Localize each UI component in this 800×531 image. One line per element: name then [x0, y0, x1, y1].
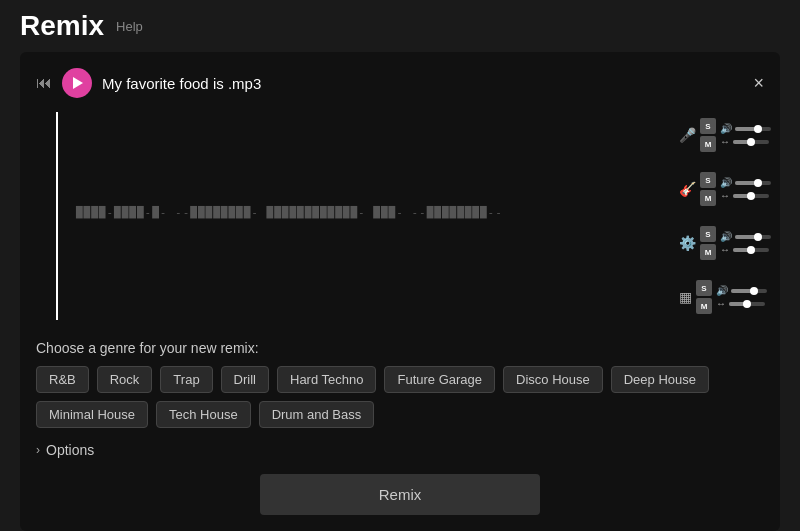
- genre-tag-drill[interactable]: Drill: [221, 366, 269, 393]
- pan-slider-row-melody: ↔: [720, 190, 771, 201]
- app-header: Remix Help: [0, 0, 800, 52]
- track-buttons-vocals: S M: [700, 118, 716, 152]
- playhead-line: [56, 112, 58, 320]
- waveform-left: // Generate waveform bars inline via JS …: [36, 112, 669, 320]
- remix-button[interactable]: Remix: [260, 474, 540, 515]
- genre-tag-trap[interactable]: Trap: [160, 366, 212, 393]
- volume-slider-row-bass: 🔊: [716, 285, 767, 296]
- options-row[interactable]: › Options: [36, 442, 764, 458]
- genre-tag-drum-and-bass[interactable]: Drum and Bass: [259, 401, 375, 428]
- options-chevron-icon: ›: [36, 443, 40, 457]
- pan-slider-bass[interactable]: [729, 302, 765, 306]
- pan-slider-melody[interactable]: [733, 194, 769, 198]
- genre-section: Choose a genre for your new remix: R&BRo…: [36, 340, 764, 428]
- waveform-visual[interactable]: // Generate waveform bars inline via JS …: [36, 112, 669, 312]
- mute-button-melody[interactable]: M: [700, 190, 716, 206]
- volume-icon-vocals: 🔊: [720, 123, 732, 134]
- main-container: ⏮ My favorite food is .mp3 × // Generate…: [20, 52, 780, 531]
- genre-tag-hard-techno[interactable]: Hard Techno: [277, 366, 376, 393]
- genre-tag-minimal-house[interactable]: Minimal House: [36, 401, 148, 428]
- waveform-text: ████-████-█- --████████- ████████████- █…: [66, 206, 659, 219]
- volume-slider-vocals[interactable]: [735, 127, 771, 131]
- sliders-melody: 🔊 ↔: [720, 177, 771, 201]
- genre-tag-rock[interactable]: Rock: [97, 366, 153, 393]
- player-bar: ⏮ My favorite food is .mp3 ×: [36, 68, 764, 98]
- volume-slider-drums[interactable]: [735, 235, 771, 239]
- drums-icon: ⚙️: [679, 235, 696, 251]
- genre-tag-deep-house[interactable]: Deep House: [611, 366, 709, 393]
- solo-button-vocals[interactable]: S: [700, 118, 716, 134]
- sliders-drums: 🔊 ↔: [720, 231, 771, 255]
- close-button[interactable]: ×: [753, 73, 764, 94]
- volume-slider-melody[interactable]: [735, 181, 771, 185]
- pan-slider-row-drums: ↔: [720, 244, 771, 255]
- waveform-area: // Generate waveform bars inline via JS …: [36, 112, 764, 320]
- track-buttons-melody: S M: [700, 172, 716, 206]
- track-buttons-bass: S M: [696, 280, 712, 314]
- sliders-vocals: 🔊 ↔: [720, 123, 771, 147]
- track-row-bass: ▦ S M 🔊 ↔: [679, 274, 764, 320]
- volume-slider-row-vocals: 🔊: [720, 123, 771, 134]
- pan-slider-row-vocals: ↔: [720, 136, 771, 147]
- app-title: Remix: [20, 10, 104, 42]
- track-row-drums: ⚙️ S M 🔊 ↔: [679, 220, 764, 266]
- genre-tag-randb[interactable]: R&B: [36, 366, 89, 393]
- volume-icon-drums: 🔊: [720, 231, 732, 242]
- help-link[interactable]: Help: [116, 19, 143, 34]
- melody-icon: 🎸: [679, 181, 696, 197]
- solo-button-melody[interactable]: S: [700, 172, 716, 188]
- player-left: ⏮ My favorite food is .mp3: [36, 68, 261, 98]
- play-button[interactable]: [62, 68, 92, 98]
- pan-icon-vocals: ↔: [720, 136, 730, 147]
- sliders-bass: 🔊 ↔: [716, 285, 767, 309]
- track-title: My favorite food is .mp3: [102, 75, 261, 92]
- volume-icon-melody: 🔊: [720, 177, 732, 188]
- vocals-icon: 🎤: [679, 127, 696, 143]
- pan-icon-drums: ↔: [720, 244, 730, 255]
- solo-button-bass[interactable]: S: [696, 280, 712, 296]
- mute-button-bass[interactable]: M: [696, 298, 712, 314]
- pan-slider-vocals[interactable]: [733, 140, 769, 144]
- genre-tag-disco-house[interactable]: Disco House: [503, 366, 603, 393]
- remix-button-wrapper: Remix: [36, 474, 764, 515]
- volume-slider-bass[interactable]: [731, 289, 767, 293]
- genre-tags: R&BRockTrapDrillHard TechnoFuture Garage…: [36, 366, 764, 428]
- track-buttons-drums: S M: [700, 226, 716, 260]
- pan-icon-melody: ↔: [720, 190, 730, 201]
- genre-label: Choose a genre for your new remix:: [36, 340, 764, 356]
- genre-tag-tech-house[interactable]: Tech House: [156, 401, 251, 428]
- track-row-melody: 🎸 S M 🔊 ↔: [679, 166, 764, 212]
- volume-slider-row-melody: 🔊: [720, 177, 771, 188]
- genre-tag-future-garage[interactable]: Future Garage: [384, 366, 495, 393]
- mute-button-drums[interactable]: M: [700, 244, 716, 260]
- volume-icon-bass: 🔊: [716, 285, 728, 296]
- skip-back-icon[interactable]: ⏮: [36, 74, 52, 92]
- options-label: Options: [46, 442, 94, 458]
- pan-icon-bass: ↔: [716, 298, 726, 309]
- mute-button-vocals[interactable]: M: [700, 136, 716, 152]
- solo-button-drums[interactable]: S: [700, 226, 716, 242]
- track-row-vocals: 🎤 S M 🔊 ↔: [679, 112, 764, 158]
- pan-slider-drums[interactable]: [733, 248, 769, 252]
- tracks-controls: 🎤 S M 🔊 ↔: [679, 112, 764, 320]
- pan-slider-row-bass: ↔: [716, 298, 767, 309]
- volume-slider-row-drums: 🔊: [720, 231, 771, 242]
- bass-icon: ▦: [679, 289, 692, 305]
